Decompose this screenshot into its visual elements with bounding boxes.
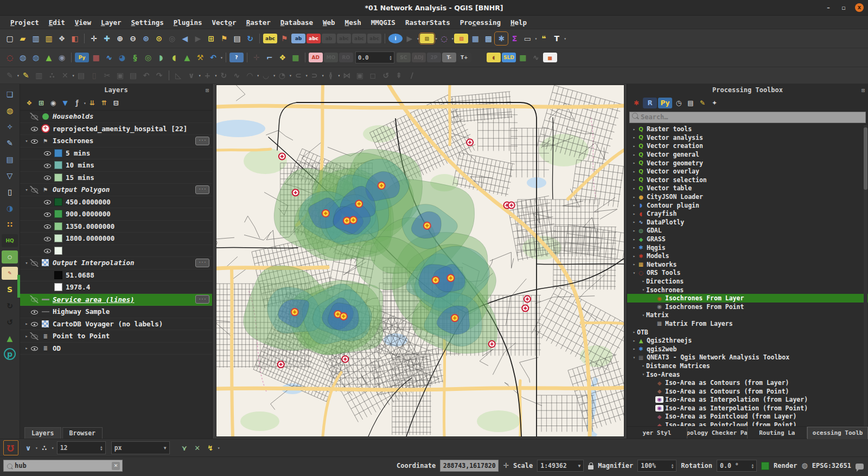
lock-scale-icon[interactable] (588, 465, 593, 469)
toolbox-item-iso-areas[interactable]: ▾Iso-Areas (627, 370, 868, 379)
network-node-icon[interactable]: ❖ (277, 52, 289, 63)
layer-badge[interactable]: ··· (195, 259, 209, 267)
visibility-eye-icon[interactable] (30, 344, 39, 352)
geocoding-icon[interactable]: ◕ (116, 52, 128, 63)
topological-editing-icon[interactable]: ⋎ (178, 442, 190, 454)
plugin-builder-icon[interactable]: ⚒ (194, 52, 206, 63)
toolbox-search-input[interactable] (629, 112, 866, 123)
toolbox-item-iso-area-as-pointcloud-from-layer[interactable]: ◆Iso-Area as Pointcloud (from Layer) (627, 413, 868, 421)
mouse-extent-icon[interactable]: ✛ (503, 460, 509, 472)
expander-icon[interactable]: ▾ (631, 271, 637, 275)
intersection-snapping-icon[interactable]: ✕ (192, 442, 203, 454)
messages-icon[interactable] (856, 464, 864, 469)
history-icon[interactable]: ◷ (673, 98, 684, 108)
cad-tools-icon[interactable]: ◺ (173, 69, 184, 81)
expander-icon[interactable]: ▸ (631, 169, 637, 174)
dem-terrain-icon[interactable]: ▲ (181, 52, 193, 63)
minimize-button[interactable]: – (825, 4, 832, 11)
angle-spinbox[interactable]: 0.0▲▼ (355, 52, 394, 63)
add-delimited-text-icon[interactable]: ✎ (3, 137, 16, 150)
deselect-features-icon[interactable]: ▧ (454, 34, 468, 43)
label-toolbar-icon[interactable]: ⚑ (278, 33, 290, 44)
toolbox-item-iso-area-as-pointcloud-from-point[interactable]: ◆Iso-Area as Pointcloud (from Point) (627, 421, 868, 426)
toolbox-item-isochrones[interactable]: ▾Isochrones (627, 286, 868, 294)
vertex-tool-icon[interactable]: ✕ (59, 69, 71, 81)
processing-toolbox-icon[interactable]: ✱ (495, 33, 507, 44)
open-attribute-table-icon[interactable]: ▦ (469, 33, 481, 44)
layer-row-cartodb-voyager-no-labels[interactable]: ▸CartoDB Voyager (no labels) (20, 318, 212, 331)
spectral-profile-icon[interactable]: ∿ (530, 52, 542, 63)
epsg-value[interactable]: EPSG:32651 (812, 460, 851, 472)
expander-icon[interactable]: ▸ (631, 160, 637, 165)
expander-icon[interactable]: ▸ (23, 345, 30, 351)
select-by-expression-icon[interactable]: ◌ (438, 33, 450, 44)
dock-tab-pology-checker-pa[interactable]: pology Checker Pa (687, 427, 748, 439)
layer-row-10-mins[interactable]: 10 mins (20, 159, 212, 172)
expander-icon[interactable]: ▸ (631, 186, 637, 191)
add-vector-layer-icon[interactable]: ✧ (3, 120, 16, 133)
text-annotation-icon[interactable]: T (551, 33, 563, 44)
table-sync-icon[interactable]: ▦ (290, 52, 302, 63)
attribute-table-add-icon[interactable]: ▦ (517, 52, 529, 63)
menu-project[interactable]: Project (5, 18, 44, 27)
add-ring-icon[interactable]: ◠ (244, 69, 256, 81)
add-feature-icon[interactable]: ∨ (186, 69, 197, 81)
panel-close-icon[interactable]: ⊠ (206, 87, 209, 93)
toolbox-item-distance-matrices[interactable]: ▸Distance Matrices (627, 362, 868, 370)
visibility-eye-icon[interactable] (30, 259, 39, 267)
layer-row-15-mins[interactable]: 15 mins (20, 172, 212, 184)
expander-icon[interactable]: ▾ (23, 260, 30, 266)
results-viewer-icon[interactable]: ▤ (685, 98, 696, 108)
add-group-icon[interactable]: ⊞ (36, 98, 47, 108)
toolbox-item-vector-table[interactable]: ▸QVector table (627, 184, 868, 193)
toolbox-item-raster-tools[interactable]: ▸QRaster tools (627, 125, 868, 134)
dock-tab-yer-styl[interactable]: yer Styl (627, 427, 687, 439)
sld4raster-icon[interactable]: SLD (502, 53, 516, 62)
toolbox-item-qgis2web[interactable]: ▸✱qgis2web (627, 345, 868, 353)
toolbox-item-crayfish[interactable]: ▸◖Crayfish (627, 209, 868, 218)
osm-edit-map-icon[interactable]: ✎ (2, 267, 18, 280)
dataplotly-icon[interactable]: ∿ (103, 52, 115, 63)
menu-mesh[interactable]: Mesh (340, 18, 366, 27)
rotate-point-symbols-icon[interactable]: ↺ (380, 69, 392, 81)
toolbox-item-directions[interactable]: ▸Directions (627, 277, 868, 286)
rotate-label-icon[interactable]: abc (352, 34, 366, 43)
remove-layer-icon[interactable]: ⊟ (111, 98, 122, 108)
panel-close-icon[interactable]: ⊠ (861, 87, 865, 93)
show-bookmarks-icon[interactable]: ⚑ (218, 33, 230, 44)
visibility-eye-icon[interactable] (30, 186, 39, 194)
menu-view[interactable]: View (70, 18, 96, 27)
expander-icon[interactable]: ▸ (631, 262, 637, 267)
expander-icon[interactable]: ▸ (631, 135, 637, 140)
grass-tools-icon[interactable]: § (129, 52, 141, 63)
open-project-icon[interactable]: ▰ (17, 33, 29, 44)
digitize-with-segment-icon[interactable]: ∴ (46, 69, 58, 81)
layer-row-od[interactable]: ▸≣OD (20, 343, 212, 355)
layer-row-5-mins[interactable]: 5 mins (20, 147, 212, 160)
toolbox-item-matrix[interactable]: ▾Matrix (627, 311, 868, 320)
edit-features-inplace-icon[interactable]: ✎ (697, 98, 708, 108)
menu-plugins[interactable]: Plugins (169, 18, 207, 27)
quickmapservices-icon[interactable]: ◗ (155, 52, 167, 63)
toolbox-item-contour-plugin[interactable]: ▸◗Contour plugin (627, 201, 868, 210)
pan-to-selection-icon[interactable]: ✚ (101, 33, 113, 44)
expander-icon[interactable]: ▸ (631, 203, 637, 208)
t-minus-chip[interactable]: T- (442, 53, 456, 62)
change-label-icon[interactable]: abc (367, 34, 381, 43)
layer-row-highway-sample[interactable]: Highway Sample (20, 306, 212, 318)
bookmarks-panel-icon[interactable]: ▤ (231, 33, 243, 44)
menu-rasterstats[interactable]: RasterStats (400, 18, 455, 27)
visibility-eye-icon[interactable] (43, 173, 52, 181)
run-feature-action-icon[interactable]: ▶ (404, 33, 416, 44)
visibility-eye-icon[interactable] (30, 320, 39, 327)
zoom-native-icon[interactable]: ◎ (166, 33, 178, 44)
add-virtual-layer-icon[interactable]: ▯ (3, 185, 16, 198)
ors-tools-icon[interactable]: ◌ (4, 52, 16, 63)
toolbox-item-otb[interactable]: ▸OTB (627, 328, 868, 337)
zoom-out-icon[interactable]: ⊖ (127, 33, 139, 44)
layer-row-1350-0000000[interactable]: 1350.0000000 (20, 221, 212, 233)
layer-row-1978-4[interactable]: 1978.4 (20, 281, 212, 294)
toolbox-item-iso-area-as-contours-from-point[interactable]: ◆Iso-Area as Contours (from Point) (627, 387, 868, 396)
save-layer-edits-icon[interactable]: ▥ (33, 69, 45, 81)
toolbox-item-vector-geometry[interactable]: ▸QVector geometry (627, 159, 868, 168)
